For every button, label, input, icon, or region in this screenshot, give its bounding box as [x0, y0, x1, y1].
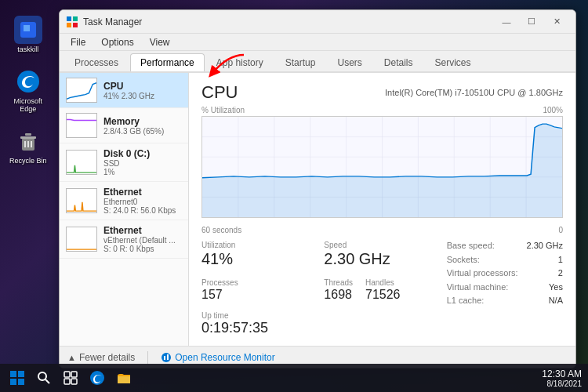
resource-monitor-icon: [161, 352, 172, 363]
sidebar-item-disk[interactable]: Disk 0 (C:) SSD 1%: [60, 143, 188, 182]
svg-rect-11: [67, 23, 71, 27]
close-button[interactable]: ✕: [544, 13, 569, 31]
svg-point-2: [17, 71, 39, 93]
taskbar: 12:30 AM 8/18/2021: [0, 364, 588, 392]
desktop: taskkill MicrosoftEdge Recycle Bin Task: [0, 0, 588, 392]
ethernet0-thumbnail: [66, 188, 97, 213]
taskbar-left: [6, 367, 135, 389]
taskkill-icon[interactable]: taskkill: [14, 16, 42, 53]
tab-users[interactable]: Users: [327, 53, 372, 71]
virtual-processors-row: Virtual processors: 2: [447, 267, 563, 281]
maximize-button[interactable]: ☐: [519, 13, 544, 31]
cpu-title: CPU: [201, 82, 238, 103]
ethernet-vdefault-info: Ethernet vEthernet (Default ... S: 0 R: …: [103, 225, 176, 253]
sidebar-item-ethernet0[interactable]: Ethernet Ethernet0 S: 24.0 R: 56.0 Kbps: [60, 182, 188, 220]
svg-rect-36: [18, 371, 24, 377]
svg-rect-44: [71, 379, 77, 384]
virtual-machine-row: Virtual machine: Yes: [447, 281, 563, 295]
threads-stat: Threads 1698: [324, 277, 353, 308]
window-controls: — ☐ ✕: [494, 13, 569, 31]
svg-rect-42: [71, 372, 77, 377]
base-speed-row: Base speed: 2.30 GHz: [447, 239, 563, 253]
view-menu[interactable]: View: [143, 35, 176, 49]
search-taskbar-button[interactable]: [33, 367, 55, 389]
graph-label-top: % Utilization 100%: [201, 106, 563, 114]
stats-left: Utilization 41% Speed 2.30 GHz Base spee…: [201, 239, 563, 308]
handles-stat: Handles 71526: [365, 277, 401, 308]
svg-rect-37: [10, 379, 16, 385]
svg-rect-41: [64, 372, 70, 377]
svg-point-32: [162, 353, 171, 362]
threads-handles: Threads 1698 Handles 71526: [324, 277, 440, 308]
tab-startup[interactable]: Startup: [275, 53, 326, 71]
menu-bar: File Options View: [60, 34, 575, 51]
recycle-bin-icon[interactable]: Recycle Bin: [9, 127, 47, 165]
separator: [147, 351, 148, 364]
memory-thumbnail: [66, 113, 97, 138]
svg-rect-35: [10, 371, 16, 377]
zero-label: 0: [558, 226, 563, 234]
specs-block: Base speed: 2.30 GHz Sockets: 1 Virtual …: [447, 239, 563, 308]
svg-rect-10: [73, 16, 78, 21]
options-menu[interactable]: Options: [95, 35, 140, 49]
window-title: Task Manager: [83, 16, 494, 27]
l1-cache-row: L1 cache: N/A: [447, 294, 563, 308]
tab-bar: Processes Performance App history Startu…: [60, 51, 575, 73]
open-resource-monitor-link[interactable]: Open Resource Monitor: [161, 352, 274, 363]
svg-rect-12: [73, 23, 78, 27]
svg-rect-17: [67, 227, 96, 251]
utilization-label: % Utilization: [201, 106, 245, 114]
disk-thumbnail: [66, 150, 97, 175]
svg-rect-5: [25, 133, 31, 136]
svg-rect-1: [24, 25, 30, 31]
sidebar: CPU 41% 2.30 GHz Memory 2.8/4.3 GB (6: [60, 73, 189, 346]
fewer-details-button[interactable]: ▲ Fewer details: [67, 352, 135, 363]
desktop-icons: taskkill MicrosoftEdge Recycle Bin: [9, 16, 47, 165]
tab-processes[interactable]: Processes: [64, 53, 129, 71]
minimize-button[interactable]: —: [494, 13, 519, 31]
cpu-info: CPU 41% 2.30 GHz: [103, 81, 154, 100]
max-percent-label: 100%: [543, 106, 563, 114]
cpu-panel: CPU Intel(R) Core(TM) i7-10510U CPU @ 1.…: [189, 73, 575, 346]
sidebar-item-cpu[interactable]: CPU 41% 2.30 GHz: [60, 73, 188, 108]
disk-info: Disk 0 (C:) SSD 1%: [103, 148, 150, 176]
edge-icon[interactable]: MicrosoftEdge: [14, 67, 43, 113]
ethernet-vdefault-thumbnail: [66, 227, 97, 252]
task-manager-icon: [66, 16, 78, 28]
edge-taskbar-icon[interactable]: [86, 367, 108, 389]
taskbar-clock: 12:30 AM 8/18/2021: [542, 368, 582, 388]
cpu-graph: [201, 116, 563, 218]
stats-container: Utilization 41% Speed 2.30 GHz Base spee…: [201, 239, 563, 308]
uptime-section: Up time 0:19:57:35: [201, 311, 563, 336]
file-explorer-taskbar-icon[interactable]: [113, 367, 135, 389]
file-menu[interactable]: File: [64, 35, 92, 49]
speed-stat: Speed 2.30 GHz: [324, 239, 440, 274]
sidebar-item-memory[interactable]: Memory 2.8/4.3 GB (65%): [60, 108, 188, 143]
tab-performance[interactable]: Performance: [130, 53, 205, 71]
cpu-model: Intel(R) Core(TM) i7-10510U CPU @ 1.80GH…: [385, 88, 563, 97]
svg-rect-14: [67, 114, 96, 137]
svg-line-40: [45, 379, 49, 383]
title-bar: Task Manager — ☐ ✕: [60, 10, 575, 34]
graph-label-bottom: 60 seconds 0: [201, 226, 563, 234]
svg-rect-33: [164, 356, 165, 360]
start-button[interactable]: [6, 367, 28, 389]
cpu-header: CPU Intel(R) Core(TM) i7-10510U CPU @ 1.…: [201, 82, 563, 103]
main-content: CPU 41% 2.30 GHz Memory 2.8/4.3 GB (6: [60, 73, 575, 346]
tab-details[interactable]: Details: [374, 53, 423, 71]
utilization-stat: Utilization 41%: [201, 239, 318, 274]
svg-rect-47: [118, 376, 130, 383]
svg-rect-13: [67, 78, 96, 102]
seconds-label: 60 seconds: [201, 226, 241, 234]
task-manager-window: Task Manager — ☐ ✕ File Options View Pro…: [59, 9, 576, 368]
tab-services[interactable]: Services: [425, 53, 481, 71]
sockets-row: Sockets: 1: [447, 253, 563, 267]
svg-rect-43: [64, 379, 70, 384]
svg-rect-4: [20, 136, 36, 139]
sidebar-item-ethernet-vdefault[interactable]: Ethernet vEthernet (Default ... S: 0 R: …: [60, 220, 188, 259]
svg-rect-15: [67, 151, 96, 174]
tab-app-history[interactable]: App history: [206, 53, 274, 71]
memory-info: Memory 2.8/4.3 GB (65%): [103, 116, 164, 136]
ethernet0-info: Ethernet Ethernet0 S: 24.0 R: 56.0 Kbps: [103, 187, 176, 215]
task-view-button[interactable]: [60, 367, 82, 389]
